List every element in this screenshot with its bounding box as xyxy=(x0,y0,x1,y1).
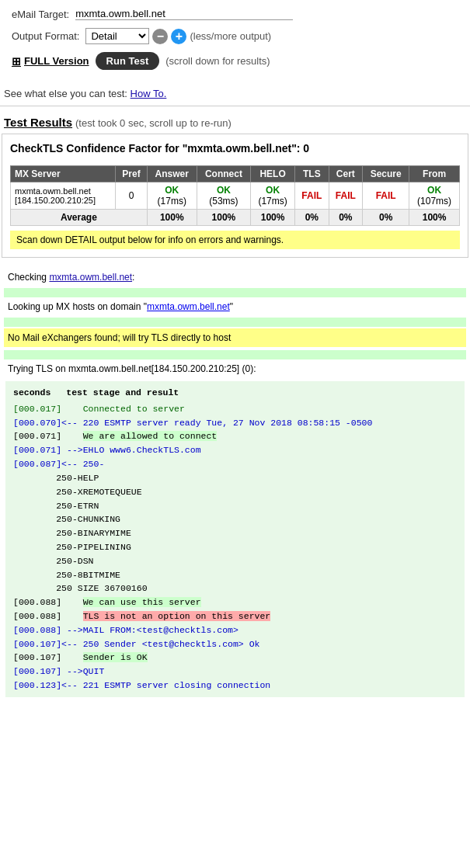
top-section: eMail Target: Output Format: Detail Brie… xyxy=(0,0,470,82)
answer-detail: (17ms) xyxy=(158,196,186,207)
output-format-label: Output Format: xyxy=(12,30,79,42)
col-seconds: seconds xyxy=(13,386,50,400)
log-line-8: 250-ETRN xyxy=(13,499,457,513)
plus-button[interactable]: + xyxy=(171,29,186,44)
test-results-header: Test Results (test took 0 sec, scroll up… xyxy=(0,113,470,134)
th-answer: Answer xyxy=(147,166,197,182)
confidence-title: CheckTLS Confidence Factor for "mxmta.ow… xyxy=(10,142,460,155)
from-cell: OK (107ms) xyxy=(409,182,460,210)
log-line-13: 250-8BITMIME xyxy=(13,568,457,582)
email-row: eMail Target: xyxy=(12,8,458,20)
helo-cell: OK (17ms) xyxy=(251,182,295,210)
avg-label: Average xyxy=(11,210,148,226)
green-divider-2 xyxy=(4,318,466,327)
looking-up-text: Looking up MX hosts on domain "mxmta.owm… xyxy=(8,301,233,312)
see-what-text: See what else you can test: xyxy=(4,88,127,99)
avg-cert: 0% xyxy=(329,210,363,226)
domain-link[interactable]: mxmta.owm.bell.net xyxy=(147,301,230,312)
green-divider-3 xyxy=(4,350,466,359)
mx-cell: mxmta.owm.bell.net[184.150.200.210:25] xyxy=(11,182,116,210)
yellow-note: Scan down DETAIL output below for info o… xyxy=(10,231,460,249)
avg-tls: 0% xyxy=(295,210,329,226)
log-line-4: [000.071] -->EHLO www6.CheckTLS.com xyxy=(13,443,457,457)
checking-link[interactable]: mxmta.owm.bell.net xyxy=(49,272,132,283)
log-col-headers: seconds test stage and result xyxy=(13,386,457,400)
col-stage: test stage and result xyxy=(66,386,179,400)
log-line-11: 250-PIPELINING xyxy=(13,540,457,554)
email-input[interactable] xyxy=(75,8,293,20)
log-can-use: We can use this server xyxy=(83,597,201,607)
th-tls: TLS xyxy=(295,166,329,182)
log-line-20: [000.107] -->QUIT xyxy=(13,665,457,679)
test-results-title: Test Results xyxy=(4,116,72,129)
see-what-section: See what else you can test: How To. xyxy=(0,82,470,106)
how-to-link[interactable]: How To. xyxy=(131,88,167,99)
helo-detail: (17ms) xyxy=(258,196,287,207)
log-line-3: [000.071] We are allowed to connect xyxy=(13,429,457,443)
log-line-10: 250-BINARYMIME xyxy=(13,526,457,540)
email-label: eMail Target: xyxy=(12,9,69,20)
log-line-21: [000.123]<-- 221 ESMTP server closing co… xyxy=(13,679,457,693)
th-pref: Pref xyxy=(116,166,147,182)
format-select[interactable]: Detail Brief Summary xyxy=(85,28,149,44)
log-line-7: 250-XREMOTEQUEUE xyxy=(13,485,457,499)
log-line-18: [000.107]<-- 250 Sender <test@checktls.c… xyxy=(13,637,457,651)
full-version-label: ⊞ FULL Version xyxy=(12,55,89,68)
log-line-15: [000.088] We can use this server xyxy=(13,595,457,609)
checking-line: Checking mxmta.owm.bell.net: xyxy=(4,269,466,285)
log-sender-ok: Sender is OK xyxy=(83,652,148,662)
connect-cell: OK (53ms) xyxy=(197,182,250,210)
log-line-17: [000.088] -->MAIL FROM:<test@checktls.co… xyxy=(13,623,457,637)
from-ok: OK xyxy=(427,185,441,196)
answer-ok: OK xyxy=(165,185,179,196)
th-mx-server: MX Server xyxy=(11,166,116,182)
avg-connect: 100% xyxy=(197,210,250,226)
average-row: Average 100% 100% 100% 0% 0% 0% 100% xyxy=(11,210,460,226)
run-test-button[interactable]: Run Test xyxy=(96,52,160,70)
pref-cell: 0 xyxy=(116,182,147,210)
no-mail-block: No Mail eXchangers found; will try TLS d… xyxy=(4,328,466,347)
grid-icon: ⊞ xyxy=(12,55,21,68)
log-line-16: [000.088] TLS is not an option on this s… xyxy=(13,609,457,623)
log-line-2: [000.070]<-- 220 ESMTP server ready Tue,… xyxy=(13,416,457,430)
minus-button[interactable]: − xyxy=(152,29,168,44)
secure-fail: FAIL xyxy=(376,190,396,201)
log-area: seconds test stage and result [000.017] … xyxy=(5,381,465,697)
scroll-note: (scroll down for results) xyxy=(165,55,270,67)
connect-ok: OK xyxy=(217,185,231,196)
log-tls-not: TLS is not an option on this server xyxy=(83,611,271,621)
log-line-1: [000.017] Connected to server xyxy=(13,402,457,416)
results-table: MX Server Pref Answer Connect HELO TLS C… xyxy=(10,165,460,226)
no-mail-text: No Mail eXchangers found; will try TLS d… xyxy=(8,332,231,343)
th-secure: Secure xyxy=(363,166,409,182)
cert-fail: FAIL xyxy=(336,190,356,201)
avg-from: 100% xyxy=(409,210,460,226)
trying-line: Trying TLS on mxmta.owm.bell.net[184.150… xyxy=(4,361,466,378)
log-line-6: 250-HELP xyxy=(13,471,457,485)
less-more-label: (less/more output) xyxy=(190,30,271,42)
run-row: ⊞ FULL Version Run Test (scroll down for… xyxy=(12,52,458,70)
th-connect: Connect xyxy=(197,166,250,182)
connect-detail: (53ms) xyxy=(209,196,238,207)
tls-fail: FAIL xyxy=(301,190,322,201)
looking-up-block: Looking up MX hosts on domain "mxmta.owm… xyxy=(4,299,466,314)
table-row: mxmta.owm.bell.net[184.150.200.210:25] 0… xyxy=(11,182,460,210)
from-detail: (107ms) xyxy=(417,196,451,207)
log-line-12: 250-DSN xyxy=(13,554,457,568)
green-divider-1 xyxy=(4,288,466,297)
results-box: CheckTLS Confidence Factor for "mxmta.ow… xyxy=(2,134,468,258)
cert-cell: FAIL xyxy=(329,182,363,210)
secure-cell: FAIL xyxy=(363,182,409,210)
log-allowed: We are allowed to connect xyxy=(83,431,218,441)
helo-ok: OK xyxy=(266,185,280,196)
test-results-subtitle: (test took 0 sec, scroll up to re-run) xyxy=(75,117,232,129)
log-line-14: 250 SIZE 36700160 xyxy=(13,582,457,595)
avg-secure: 0% xyxy=(363,210,409,226)
avg-answer: 100% xyxy=(147,210,197,226)
th-helo: HELO xyxy=(251,166,295,182)
log-line-9: 250-CHUNKING xyxy=(13,512,457,526)
checking-text-pre: Checking xyxy=(8,272,49,283)
answer-cell: OK (17ms) xyxy=(147,182,197,210)
tls-cell: FAIL xyxy=(295,182,329,210)
divider xyxy=(0,106,470,106)
